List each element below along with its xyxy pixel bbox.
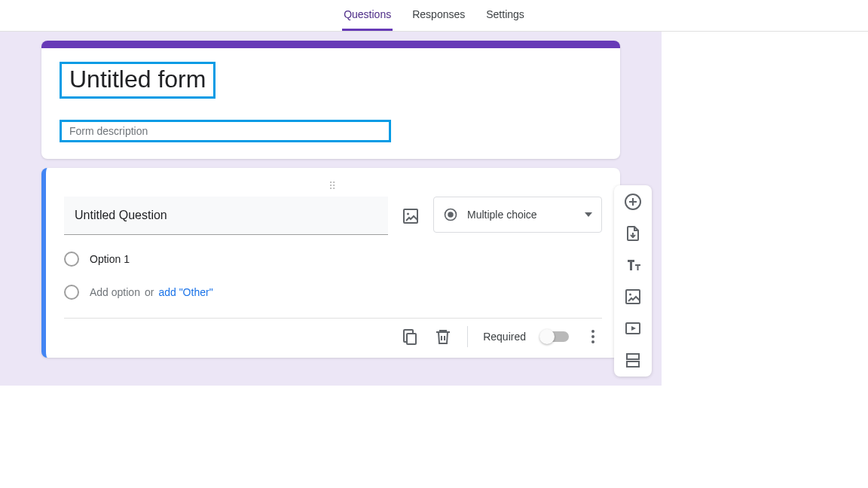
drag-handle-icon[interactable]: ⠿ (64, 183, 602, 189)
question-card: ⠿ Multiple choice Option 1 Add option (41, 168, 620, 358)
svg-point-5 (591, 330, 594, 333)
svg-rect-4 (407, 334, 416, 344)
add-image-tool-icon[interactable] (624, 288, 642, 306)
question-title-input[interactable] (64, 197, 388, 235)
svg-rect-0 (404, 209, 417, 223)
add-other-link[interactable]: add "Other" (158, 286, 212, 298)
divider (467, 326, 468, 347)
chevron-down-icon (585, 212, 592, 217)
add-option-row: Add option or add "Other" (64, 285, 602, 300)
add-title-icon[interactable] (624, 256, 642, 274)
more-options-icon[interactable] (584, 328, 602, 346)
svg-rect-13 (627, 361, 639, 367)
svg-point-10 (629, 294, 631, 296)
tab-responses[interactable]: Responses (411, 0, 466, 31)
add-section-icon[interactable] (624, 351, 642, 369)
question-type-label: Multiple choice (467, 209, 537, 221)
required-label: Required (483, 331, 526, 343)
radio-icon (64, 252, 79, 267)
form-description-input[interactable]: Form description (69, 125, 381, 137)
form-title-input[interactable]: Untitled form (69, 66, 206, 93)
form-header-card: Untitled form Form description (41, 41, 620, 159)
tabbar: Questions Responses Settings (0, 0, 868, 32)
option-row: Option 1 (64, 252, 602, 267)
svg-rect-9 (626, 290, 640, 303)
form-description-highlight: Form description (60, 120, 391, 142)
add-option-text[interactable]: Add option (90, 286, 140, 298)
svg-rect-12 (627, 354, 639, 359)
header-accent-bar (41, 41, 620, 48)
svg-point-1 (407, 213, 409, 215)
tab-settings[interactable]: Settings (484, 0, 526, 31)
svg-point-3 (448, 212, 454, 218)
side-toolbar (614, 185, 652, 377)
required-toggle[interactable] (541, 331, 569, 342)
add-question-icon[interactable] (624, 193, 642, 211)
option-label[interactable]: Option 1 (90, 253, 130, 265)
tab-questions[interactable]: Questions (342, 0, 393, 31)
import-questions-icon[interactable] (624, 224, 642, 242)
add-image-icon[interactable] (402, 207, 420, 225)
add-video-icon[interactable] (624, 319, 642, 337)
form-canvas: Untitled form Form description ⠿ Multipl… (0, 32, 662, 386)
svg-point-6 (591, 335, 594, 338)
question-type-select[interactable]: Multiple choice (433, 197, 602, 233)
delete-icon[interactable] (434, 328, 452, 346)
or-text: or (145, 286, 154, 298)
radio-icon (64, 285, 79, 300)
duplicate-icon[interactable] (401, 328, 419, 346)
form-title-highlight: Untitled form (60, 62, 215, 99)
question-footer: Required (64, 318, 602, 358)
svg-point-7 (591, 340, 594, 343)
